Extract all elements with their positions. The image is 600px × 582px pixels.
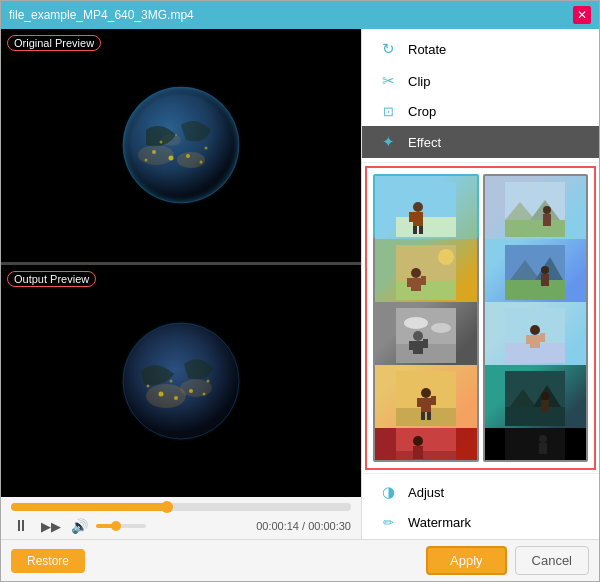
clip-icon: ✂	[378, 72, 398, 90]
volume-thumb[interactable]	[111, 521, 121, 531]
effects-container	[365, 166, 596, 470]
clip-label: Clip	[408, 74, 430, 89]
svg-rect-61	[413, 341, 423, 354]
svg-point-60	[413, 331, 423, 341]
svg-rect-74	[417, 398, 422, 407]
play-pause-button[interactable]: ⏸	[11, 517, 31, 535]
effect-item-1[interactable]	[373, 174, 479, 244]
progress-bar[interactable]	[11, 503, 351, 511]
effect-item-4[interactable]	[483, 237, 589, 307]
next-frame-button[interactable]: ▶▶	[39, 519, 63, 534]
svg-rect-76	[421, 412, 425, 420]
svg-rect-49	[421, 276, 426, 285]
effect-item-2[interactable]	[483, 174, 589, 244]
svg-rect-87	[413, 446, 423, 459]
original-preview-section: Original Preview	[1, 29, 361, 262]
svg-rect-83	[541, 400, 549, 412]
progress-fill	[11, 503, 167, 511]
svg-point-25	[147, 384, 150, 387]
svg-point-19	[146, 384, 186, 408]
output-preview-section: Output Preview	[1, 265, 361, 498]
right-panel: ↻ Rotate ✂ Clip ⊡ Crop ✦ Effect	[361, 29, 599, 539]
effect-item-3[interactable]	[373, 237, 479, 307]
volume-icon: 🔊	[71, 518, 88, 534]
rotate-icon: ↻	[378, 40, 398, 58]
effect-9-preview	[396, 426, 456, 462]
restore-button[interactable]: Restore	[11, 549, 85, 573]
effect-3-preview	[396, 245, 456, 300]
tool-effect[interactable]: ✦ Effect	[362, 126, 599, 158]
svg-rect-42	[543, 214, 551, 226]
svg-rect-47	[411, 278, 421, 291]
earth-globe-original	[116, 80, 246, 210]
effect-item-5[interactable]	[373, 300, 479, 370]
tool-crop[interactable]: ⊡ Crop	[362, 97, 599, 126]
tool-clip[interactable]: ✂ Clip	[362, 65, 599, 97]
original-preview-label: Original Preview	[7, 35, 101, 51]
bottom-bar: Restore Apply Cancel	[1, 539, 599, 581]
svg-point-27	[207, 379, 210, 382]
effect-item-7[interactable]	[373, 363, 479, 433]
svg-rect-79	[505, 407, 565, 426]
effects-grid	[367, 168, 594, 468]
effect-item-8[interactable]	[483, 363, 589, 433]
svg-rect-68	[526, 335, 531, 344]
svg-rect-88	[505, 426, 565, 462]
svg-rect-69	[540, 333, 545, 342]
crop-label: Crop	[408, 104, 436, 119]
svg-rect-35	[413, 226, 417, 234]
tool-adjust[interactable]: ◑ Adjust	[362, 476, 599, 508]
cancel-button[interactable]: Cancel	[515, 546, 589, 575]
effect-item-10[interactable]	[483, 426, 589, 462]
original-video-frame	[1, 29, 361, 262]
svg-point-22	[174, 396, 178, 400]
svg-point-31	[413, 202, 423, 212]
tool-watermark[interactable]: ✏ Watermark	[362, 508, 599, 537]
effect-7-preview	[396, 371, 456, 426]
svg-rect-36	[419, 226, 423, 234]
svg-point-14	[123, 87, 239, 203]
svg-point-89	[539, 435, 547, 443]
video-panel: Original Preview	[1, 29, 361, 539]
adjust-label: Adjust	[408, 485, 444, 500]
main-area: Original Preview	[1, 29, 599, 539]
svg-point-86	[413, 436, 423, 446]
main-window: file_example_MP4_640_3MG.mp4 ✕ Original …	[0, 0, 600, 582]
svg-rect-77	[427, 412, 431, 420]
progress-thumb[interactable]	[161, 501, 173, 513]
svg-rect-30	[396, 217, 456, 237]
tool-rotate[interactable]: ↻ Rotate	[362, 33, 599, 65]
svg-point-82	[541, 392, 549, 400]
svg-rect-33	[409, 212, 414, 222]
svg-point-23	[189, 389, 193, 393]
videos-wrapper: Original Preview	[1, 29, 361, 497]
svg-point-41	[543, 206, 551, 214]
effect-item-9[interactable]	[373, 426, 479, 462]
effect-2-preview	[505, 182, 565, 237]
svg-point-54	[541, 266, 549, 274]
titlebar: file_example_MP4_640_3MG.mp4 ✕	[1, 1, 599, 29]
volume-slider[interactable]	[96, 524, 146, 528]
effect-1-preview	[396, 182, 456, 237]
svg-point-21	[159, 391, 164, 396]
svg-rect-38	[505, 220, 565, 237]
rotate-label: Rotate	[408, 42, 446, 57]
effect-item-6[interactable]	[483, 300, 589, 370]
bottom-tools: ◑ Adjust ✏ Watermark	[362, 473, 599, 539]
total-time: 00:00:30	[308, 520, 351, 532]
svg-point-26	[170, 379, 173, 382]
close-button[interactable]: ✕	[573, 6, 591, 24]
svg-rect-90	[539, 443, 547, 454]
svg-point-46	[411, 268, 421, 278]
effect-5-preview	[396, 308, 456, 363]
svg-point-66	[530, 325, 540, 335]
effect-icon: ✦	[378, 133, 398, 151]
effect-6-preview	[505, 308, 565, 363]
svg-rect-62	[409, 341, 414, 350]
window-title: file_example_MP4_640_3MG.mp4	[9, 8, 194, 22]
apply-button[interactable]: Apply	[426, 546, 507, 575]
output-video-frame	[1, 265, 361, 498]
adjust-icon: ◑	[378, 483, 398, 501]
svg-point-24	[203, 392, 206, 395]
crop-icon: ⊡	[378, 104, 398, 119]
